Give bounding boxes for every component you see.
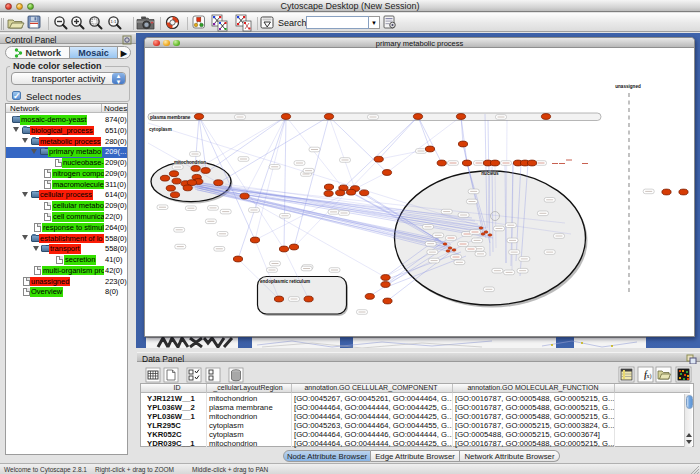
svg-text:plasma membrane: plasma membrane	[150, 115, 191, 120]
svg-text:cytoplasm: cytoplasm	[149, 127, 172, 132]
svg-text:unassigned: unassigned	[615, 84, 641, 89]
svg-text:nucleus: nucleus	[481, 171, 499, 176]
svg-text:1:1: 1:1	[111, 19, 117, 24]
svg-text:(x): (x)	[645, 373, 652, 380]
svg-text:endoplasmic reticulum: endoplasmic reticulum	[260, 279, 310, 284]
